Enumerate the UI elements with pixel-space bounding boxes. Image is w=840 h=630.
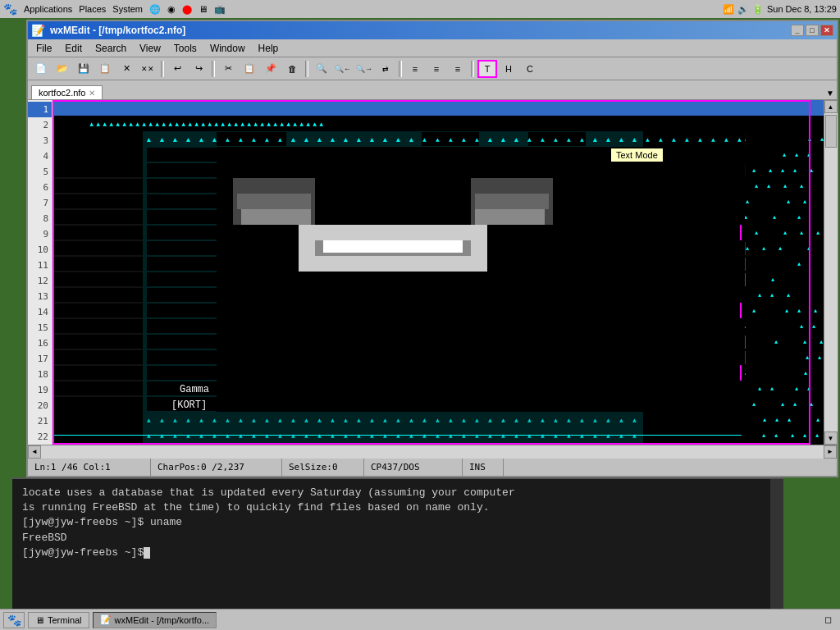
stop-icon: ⬤ <box>182 4 192 15</box>
tab-bar: kortfoc2.nfo ✕ ▼ <box>28 80 837 100</box>
new-button[interactable]: 📄 <box>31 60 51 78</box>
system-clock: Sun Dec 8, 13:29 <box>767 4 837 14</box>
align-left-button[interactable]: ≡ <box>405 60 425 78</box>
taskbar-right: ◻ <box>819 613 837 627</box>
align-right-button[interactable]: ≡ <box>448 60 468 78</box>
monitor-icon: 🖥 <box>199 4 208 14</box>
sep2 <box>212 61 215 77</box>
applications-menu[interactable]: Applications <box>24 4 72 14</box>
scrollbar-track[interactable] <box>824 113 838 431</box>
window-title: wxMEdit - [/tmp/kortfoc2.nfo] <box>50 25 185 36</box>
status-mode: INS <box>463 459 504 476</box>
terminal-cursor <box>144 547 150 559</box>
menu-tools[interactable]: Tools <box>169 41 202 56</box>
terminal-line5: [jyw@jyw-freebs ~]$ <box>22 546 144 560</box>
taskbar-wxmedit[interactable]: 📝 wxMEdit - [/tmp/kortfo... <box>93 612 217 628</box>
h-scrollbar-track[interactable] <box>41 445 824 459</box>
nfo-content-area[interactable] <box>52 100 824 445</box>
system-bar: 🐾 Applications Places System 🌐 ◉ ⬤ 🖥 📺 📶… <box>0 0 840 18</box>
menu-file[interactable]: File <box>31 41 57 56</box>
wifi-icon: 📶 <box>723 4 734 15</box>
terminal-line4: FreeBSD <box>22 531 774 546</box>
tab-modified-icon: ✕ <box>89 89 95 98</box>
redo-button[interactable]: ↪ <box>189 60 208 78</box>
app-logo-icon: 📝 <box>31 24 45 37</box>
menu-help[interactable]: Help <box>253 41 284 56</box>
term-icon: 📺 <box>214 4 226 15</box>
sep3 <box>305 61 308 77</box>
sep4 <box>399 61 402 77</box>
taskbar-terminal[interactable]: 🖥 Terminal <box>28 612 89 628</box>
paste-button[interactable]: 📌 <box>261 60 281 78</box>
system-menu[interactable]: System <box>112 4 143 14</box>
sep1 <box>161 61 164 77</box>
status-encoding: CP437/DOS <box>364 459 463 476</box>
toolbar: 📄 📂 💾 📋 ✕ ✕✕ ↩ ↪ ✂ 📋 📌 🗑 🔍 🔍← 🔍→ ⇄ ≡ ≡ ≡… <box>28 57 837 80</box>
volume-icon: 🔊 <box>737 4 749 15</box>
status-charpos: CharPos:0 /2,237 <box>151 459 282 476</box>
title-bar: 📝 wxMEdit - [/tmp/kortfoc2.nfo] _ □ ✕ <box>28 21 837 39</box>
terminal-window: locate uses a database that is updated e… <box>12 477 783 613</box>
copy-button[interactable]: 📋 <box>240 60 259 78</box>
close-all-button[interactable]: ✕✕ <box>138 60 158 78</box>
menu-window[interactable]: Window <box>205 41 250 56</box>
close-button[interactable]: ✕ <box>820 25 833 36</box>
terminal-line3: [jyw@jyw-freebs ~]$ uname <box>22 515 774 530</box>
undo-button[interactable]: ↩ <box>167 60 187 78</box>
delete-button[interactable]: 🗑 <box>282 60 302 78</box>
wxmedit-taskbar-label: wxMEdit - [/tmp/kortfo... <box>115 615 210 625</box>
menu-bar: File Edit Search View Tools Window Help <box>28 39 837 57</box>
save-as-button[interactable]: 📋 <box>95 60 115 78</box>
menu-view[interactable]: View <box>135 41 166 56</box>
tab-dropdown-button[interactable]: ▼ <box>824 86 837 99</box>
scroll-up-button[interactable]: ▲ <box>824 100 838 113</box>
vertical-scrollbar[interactable]: ▲ ▼ <box>824 100 837 445</box>
menu-search[interactable]: Search <box>90 41 131 56</box>
wxmedit-window: 📝 wxMEdit - [/tmp/kortfoc2.nfo] _ □ ✕ Fi… <box>26 20 838 477</box>
taskbar-start-button[interactable]: 🐾 <box>3 612 25 628</box>
taskbar: 🐾 🖥 Terminal 📝 wxMEdit - [/tmp/kortfo...… <box>0 609 840 630</box>
scroll-right-button[interactable]: ► <box>824 445 837 459</box>
save-button[interactable]: 💾 <box>74 60 94 78</box>
editor-container: 1 2 3 4 5 6 7 8 9 10 11 12 13 14 15 16 1… <box>28 100 837 445</box>
hex-mode-button[interactable]: H <box>499 60 518 78</box>
globe-icon: 🌐 <box>149 4 161 15</box>
replace-button[interactable]: ⇄ <box>376 60 395 78</box>
find-button[interactable]: 🔍 <box>312 60 331 78</box>
system-bar-left: 🐾 Applications Places System 🌐 ◉ ⬤ 🖥 📺 <box>3 2 226 16</box>
find-next-button[interactable]: 🔍→ <box>354 60 374 78</box>
terminal-prompt-line: [jyw@jyw-freebs ~]$ <box>22 546 774 560</box>
terminal-line2: is running FreeBSD at the time) to quick… <box>22 500 774 515</box>
menu-edit[interactable]: Edit <box>60 41 87 56</box>
terminal-taskbar-label: Terminal <box>48 615 82 625</box>
terminal-line1: locate uses a database that is updated e… <box>22 486 774 500</box>
column-mode-button[interactable]: C <box>520 60 540 78</box>
status-bar: Ln:1 /46 Col:1 CharPos:0 /2,237 SelSize:… <box>28 458 837 476</box>
open-button[interactable]: 📂 <box>52 60 72 78</box>
taskbar-clock: ◻ <box>819 613 837 627</box>
nfo-canvas <box>52 100 824 443</box>
terminal-taskbar-icon: 🖥 <box>35 615 44 625</box>
scroll-down-button[interactable]: ▼ <box>824 431 838 445</box>
close-doc-button[interactable]: ✕ <box>116 60 136 78</box>
cut-button[interactable]: ✂ <box>218 60 238 78</box>
system-bar-right: 📶 🔊 🔋 Sun Dec 8, 13:29 <box>723 4 837 15</box>
scroll-left-button[interactable]: ◄ <box>28 445 41 459</box>
scrollbar-thumb[interactable] <box>825 115 837 148</box>
align-center-button[interactable]: ≡ <box>427 60 446 78</box>
app-icon: 🐾 <box>3 2 17 16</box>
status-line-col: Ln:1 /46 Col:1 <box>28 459 151 476</box>
line-numbers: 1 2 3 4 5 6 7 8 9 10 11 12 13 14 15 16 1… <box>28 100 52 445</box>
maximize-button[interactable]: □ <box>806 25 819 36</box>
titlebar-buttons: _ □ ✕ <box>791 25 833 36</box>
minimize-button[interactable]: _ <box>791 25 804 36</box>
tab-kortfoc2[interactable]: kortfoc2.nfo ✕ <box>31 85 103 99</box>
find-prev-button[interactable]: 🔍← <box>333 60 353 78</box>
status-selsize: SelSize:0 <box>282 459 364 476</box>
places-menu[interactable]: Places <box>79 4 106 14</box>
text-mode-button[interactable]: T <box>477 60 497 78</box>
terminal-scrollbar[interactable] <box>770 479 783 613</box>
tab-label: kortfoc2.nfo <box>39 88 85 98</box>
wxmedit-taskbar-icon: 📝 <box>100 614 112 625</box>
horizontal-scrollbar[interactable]: ◄ ► <box>28 445 837 458</box>
